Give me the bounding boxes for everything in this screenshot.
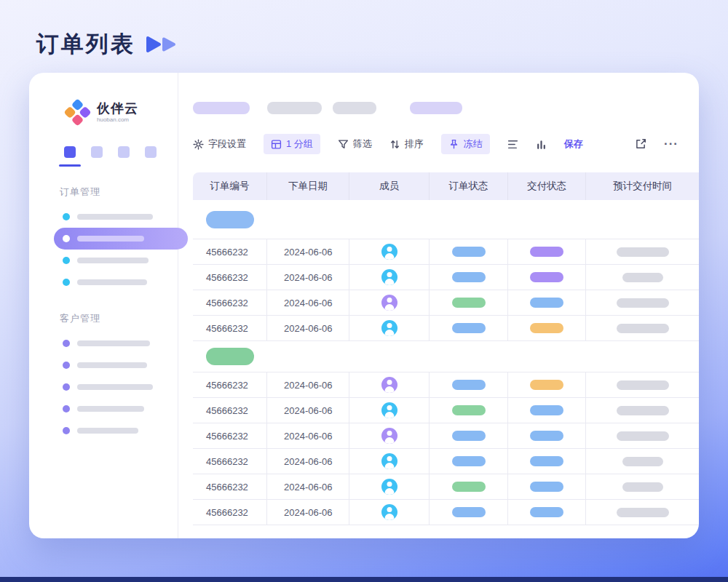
- workspace-tab-3[interactable]: [118, 146, 130, 158]
- filter-label: 筛选: [353, 137, 372, 151]
- cell-eta[interactable]: [586, 474, 699, 499]
- chart-view-button[interactable]: [536, 139, 547, 150]
- freeze-button[interactable]: 冻结: [441, 134, 490, 154]
- cell-order-date[interactable]: 2024-06-06: [267, 265, 349, 290]
- workspace-tab-2[interactable]: [91, 146, 103, 158]
- cell-member[interactable]: [349, 239, 430, 264]
- bullet-icon: [63, 427, 70, 434]
- save-button[interactable]: 保存: [564, 137, 583, 151]
- cell-delivery-status[interactable]: [508, 449, 586, 474]
- cell-delivery-status[interactable]: [508, 265, 586, 290]
- cell-order-status[interactable]: [430, 316, 508, 340]
- cell-order-status[interactable]: [430, 290, 508, 315]
- cell-eta[interactable]: [586, 500, 699, 525]
- cell-order-no[interactable]: 45666232: [193, 500, 267, 525]
- cell-order-date[interactable]: 2024-06-06: [267, 239, 349, 264]
- cell-member[interactable]: [349, 398, 430, 423]
- sidebar-item[interactable]: [29, 250, 178, 271]
- sidebar-item[interactable]: [29, 354, 178, 376]
- table-row: 45666232 2024-06-06: [193, 449, 699, 474]
- column-header-delivery-status[interactable]: 交付状态: [508, 172, 586, 200]
- cell-order-no[interactable]: 45666232: [193, 372, 267, 397]
- cell-order-date[interactable]: 2024-06-06: [267, 372, 349, 397]
- column-header-order-status[interactable]: 订单状态: [430, 172, 508, 200]
- column-header-order-date[interactable]: 下单日期: [267, 172, 349, 200]
- cell-order-status[interactable]: [430, 372, 508, 397]
- cell-delivery-status[interactable]: [508, 372, 586, 397]
- column-header-member[interactable]: 成员: [349, 172, 430, 200]
- row-height-button[interactable]: [507, 139, 518, 150]
- cell-order-status[interactable]: [430, 500, 508, 525]
- active-tab-underline: [59, 164, 81, 167]
- cell-order-date[interactable]: 2024-06-06: [267, 449, 349, 474]
- label-skeleton: [77, 406, 144, 412]
- cell-member[interactable]: [349, 316, 430, 340]
- column-header-order-no[interactable]: 订单编号: [193, 172, 267, 200]
- delivery-status-pill: [530, 272, 563, 282]
- sidebar-item[interactable]: [29, 206, 178, 228]
- group-pill[interactable]: [206, 211, 254, 228]
- cell-order-no[interactable]: 45666232: [193, 265, 267, 290]
- cell-eta[interactable]: [586, 423, 699, 448]
- cell-order-no[interactable]: 45666232: [193, 290, 267, 315]
- cell-order-no[interactable]: 45666232: [193, 239, 267, 264]
- cell-delivery-status[interactable]: [508, 398, 586, 423]
- cell-member[interactable]: [349, 500, 430, 525]
- sidebar-item[interactable]: [29, 420, 178, 442]
- cell-member[interactable]: [349, 423, 430, 448]
- cell-member[interactable]: [349, 474, 430, 499]
- cell-delivery-status[interactable]: [508, 500, 586, 525]
- cell-order-status[interactable]: [430, 239, 508, 264]
- cell-order-no[interactable]: 45666232: [193, 316, 267, 340]
- cell-eta[interactable]: [586, 316, 699, 340]
- cell-order-date[interactable]: 2024-06-06: [267, 398, 349, 423]
- sort-button[interactable]: 排序: [389, 137, 424, 151]
- cell-order-no[interactable]: 45666232: [193, 474, 267, 499]
- sidebar-item[interactable]: [29, 271, 178, 293]
- cell-eta[interactable]: [586, 372, 699, 397]
- cell-member[interactable]: [349, 290, 430, 315]
- cell-member[interactable]: [349, 265, 430, 290]
- sidebar-item[interactable]: [29, 398, 178, 420]
- sidebar-item[interactable]: [29, 376, 178, 398]
- workspace-tab-4[interactable]: [145, 146, 157, 158]
- cell-order-status[interactable]: [430, 398, 508, 423]
- field-settings-button[interactable]: 字段设置: [193, 137, 246, 151]
- cell-delivery-status[interactable]: [508, 290, 586, 315]
- filter-button[interactable]: 筛选: [338, 137, 372, 151]
- cell-order-date[interactable]: 2024-06-06: [267, 423, 349, 448]
- cell-order-no[interactable]: 45666232: [193, 449, 267, 474]
- cell-delivery-status[interactable]: [508, 474, 586, 499]
- cell-order-date[interactable]: 2024-06-06: [267, 290, 349, 315]
- group-button[interactable]: 1 分组: [264, 134, 320, 154]
- cell-delivery-status[interactable]: [508, 423, 586, 448]
- workspace-tab-1[interactable]: [64, 146, 76, 158]
- logo-text: 伙伴云: [97, 102, 138, 116]
- cell-order-status[interactable]: [430, 265, 508, 290]
- cell-order-date[interactable]: 2024-06-06: [267, 316, 349, 340]
- cell-order-date[interactable]: 2024-06-06: [267, 474, 349, 499]
- more-button[interactable]: ···: [664, 137, 678, 151]
- cell-delivery-status[interactable]: [508, 316, 586, 340]
- cell-member[interactable]: [349, 449, 430, 474]
- sidebar-item[interactable]: [29, 332, 178, 354]
- cell-order-status[interactable]: [430, 449, 508, 474]
- sidebar-item-active[interactable]: [54, 228, 188, 250]
- cell-order-no[interactable]: 45666232: [193, 398, 267, 423]
- cell-order-status[interactable]: [430, 423, 508, 448]
- cell-order-no[interactable]: 45666232: [193, 423, 267, 448]
- eta-skeleton-pill: [617, 431, 669, 441]
- page-title: 订单列表: [36, 29, 135, 60]
- cell-order-date[interactable]: 2024-06-06: [267, 500, 349, 525]
- cell-eta[interactable]: [586, 449, 699, 474]
- cell-delivery-status[interactable]: [508, 239, 586, 264]
- cell-eta[interactable]: [586, 239, 699, 264]
- cell-eta[interactable]: [586, 398, 699, 423]
- cell-order-status[interactable]: [430, 474, 508, 499]
- column-header-eta[interactable]: 预计交付时间: [586, 172, 699, 200]
- group-pill[interactable]: [206, 348, 254, 365]
- cell-member[interactable]: [349, 372, 430, 397]
- cell-eta[interactable]: [586, 290, 699, 315]
- cell-eta[interactable]: [586, 265, 699, 290]
- share-button[interactable]: [635, 138, 646, 150]
